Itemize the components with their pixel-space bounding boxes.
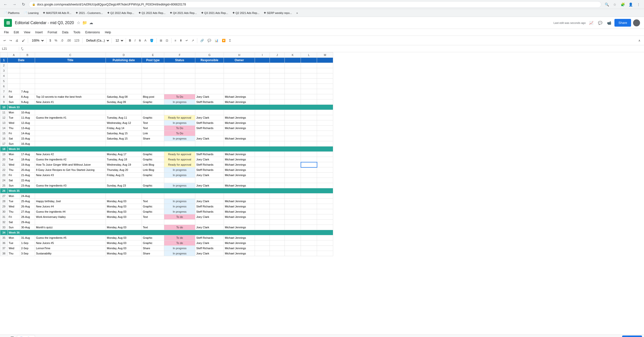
cell[interactable] xyxy=(35,84,106,89)
cell[interactable] xyxy=(255,79,270,84)
cell-day[interactable]: Fri xyxy=(8,89,20,94)
text-color-button[interactable]: A xyxy=(143,37,148,44)
cell[interactable] xyxy=(35,63,106,68)
cell[interactable] xyxy=(317,199,333,204)
cell-status[interactable] xyxy=(164,193,195,199)
cell-title[interactable] xyxy=(35,141,106,147)
cell[interactable] xyxy=(255,225,270,230)
cell[interactable] xyxy=(317,204,333,209)
cell-date[interactable]: 19-Aug xyxy=(20,162,35,167)
cell[interactable] xyxy=(285,235,301,240)
cell[interactable] xyxy=(164,73,195,79)
bookmark-q12022[interactable]: ✚ Q1 2022 Ads Rep... xyxy=(137,11,168,15)
cell[interactable] xyxy=(106,84,142,89)
menu-file[interactable]: File xyxy=(2,30,11,35)
cell[interactable] xyxy=(20,63,35,68)
cell[interactable] xyxy=(285,120,301,126)
header-l[interactable] xyxy=(301,58,317,63)
cell-posttype[interactable] xyxy=(142,220,164,225)
cell-title[interactable]: Guess the ingredients #3 xyxy=(35,183,106,188)
cell[interactable] xyxy=(285,183,301,188)
filter-button[interactable]: 🔽 xyxy=(220,37,227,44)
cell[interactable] xyxy=(285,136,301,141)
cell[interactable] xyxy=(255,199,270,204)
search-icon[interactable]: 🔍 xyxy=(603,1,610,8)
cell-pubdate[interactable]: Sunday, Aug 23 xyxy=(106,183,142,188)
cell[interactable] xyxy=(20,73,35,79)
zoom-select[interactable]: 100% xyxy=(30,37,45,44)
cell[interactable] xyxy=(285,209,301,214)
cell-date[interactable]: 11-Aug xyxy=(20,115,35,120)
cell-responsible[interactable] xyxy=(195,110,224,115)
cell[interactable] xyxy=(317,167,333,173)
cell-posttype[interactable]: Share xyxy=(142,136,164,141)
menu-edit[interactable]: Edit xyxy=(12,30,21,35)
merge-button[interactable]: ⊡ xyxy=(164,37,170,44)
cell[interactable] xyxy=(301,141,317,147)
fill-color-button[interactable]: 🪣 xyxy=(148,37,155,44)
cell-posttype[interactable] xyxy=(142,193,164,199)
header-title[interactable]: Title xyxy=(35,58,106,63)
cell[interactable] xyxy=(317,152,333,157)
cell[interactable] xyxy=(255,204,270,209)
cell[interactable] xyxy=(255,63,270,68)
cell-posttype[interactable]: Graphic xyxy=(142,209,164,214)
cell-responsible[interactable] xyxy=(195,220,224,225)
cell[interactable] xyxy=(255,240,270,246)
cell-responsible[interactable]: Steff Richards xyxy=(195,126,224,131)
cell[interactable] xyxy=(255,183,270,188)
cell-pubdate[interactable]: Friday, Aug 21 xyxy=(106,173,142,178)
cell-title[interactable] xyxy=(35,178,106,183)
cell[interactable] xyxy=(255,157,270,162)
cell-owner[interactable]: Michael Jennings xyxy=(224,173,255,178)
col-header-d[interactable]: D xyxy=(106,53,142,58)
cell-pubdate[interactable]: Wednesday, Aug 19 xyxy=(106,162,142,167)
cell[interactable] xyxy=(317,183,333,188)
cell[interactable] xyxy=(270,141,285,147)
cell-responsible[interactable]: Steff Richards xyxy=(195,100,224,105)
cell[interactable] xyxy=(255,131,270,136)
cell[interactable] xyxy=(195,79,224,84)
cell[interactable] xyxy=(255,84,270,89)
cell-responsible[interactable]: Joey Clark xyxy=(195,157,224,162)
cell-ref-input[interactable] xyxy=(2,47,17,51)
cell-posttype[interactable]: Graphic xyxy=(142,115,164,120)
cell-pubdate[interactable]: Monday, Aug 17 xyxy=(106,152,142,157)
cell-status[interactable]: To Do xyxy=(164,126,195,131)
cell[interactable] xyxy=(301,246,317,251)
cell[interactable] xyxy=(301,79,317,84)
cell-pubdate[interactable]: Thursday, Aug 20 xyxy=(106,167,142,173)
paint-format-button[interactable]: 🖌 xyxy=(20,37,26,44)
cell-owner[interactable] xyxy=(224,110,255,115)
cell-title[interactable]: Happy birthday, Joel xyxy=(35,199,106,204)
cell-title[interactable]: New Juices #5 xyxy=(35,240,106,246)
cell[interactable] xyxy=(142,73,164,79)
cell-posttype[interactable] xyxy=(142,89,164,94)
cell-pubdate[interactable]: Monday, Aug 03 xyxy=(106,199,142,204)
cell[interactable] xyxy=(255,173,270,178)
cell-status[interactable] xyxy=(164,220,195,225)
bookmark-q22021[interactable]: ✚ Q2 2021 Ads Rep... xyxy=(230,11,262,15)
cell-status[interactable] xyxy=(164,178,195,183)
cell[interactable] xyxy=(317,63,333,68)
cell[interactable] xyxy=(317,84,333,89)
cell[interactable] xyxy=(317,162,333,167)
cell-date[interactable]: 25-Aug xyxy=(20,199,35,204)
cell-posttype[interactable]: Graphic xyxy=(142,235,164,240)
cell[interactable] xyxy=(285,110,301,115)
sheets-list-button[interactable]: ☰ xyxy=(10,335,15,337)
cell[interactable] xyxy=(35,68,106,73)
cell[interactable] xyxy=(270,204,285,209)
cell-posttype[interactable]: Graphic xyxy=(142,204,164,209)
cell-pubdate[interactable] xyxy=(106,141,142,147)
menu-extensions[interactable]: Extensions xyxy=(83,30,102,35)
cell[interactable] xyxy=(285,193,301,199)
cell-status[interactable]: Ready for approval xyxy=(164,152,195,157)
cell[interactable] xyxy=(285,68,301,73)
cell[interactable] xyxy=(301,167,317,173)
collapse-button[interactable]: ∧ xyxy=(637,37,642,44)
cell-day[interactable]: Thu xyxy=(8,209,20,214)
cell-pubdate[interactable]: Monday, Aug 03 xyxy=(106,235,142,240)
cell[interactable] xyxy=(35,79,106,84)
cell-owner[interactable]: Michael Jennings xyxy=(224,126,255,131)
